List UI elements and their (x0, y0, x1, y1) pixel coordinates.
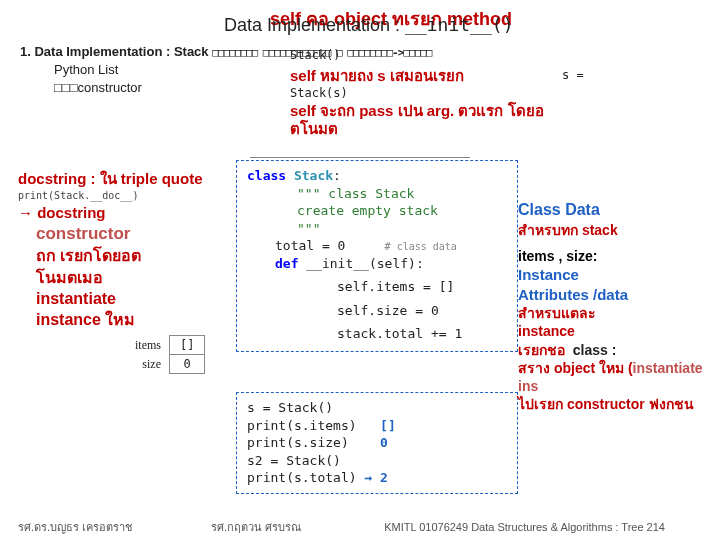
total-inc-line: stack.total += 1 (247, 325, 507, 343)
doc2: create empty stack (247, 202, 507, 220)
colon: : (333, 168, 341, 183)
right-column: Class Data สำหรบทก stack items , size: I… (518, 200, 718, 413)
left-l4: instance ใหม (36, 310, 218, 329)
constructor-label: constructor (36, 224, 218, 244)
bullet-num: 1. (20, 44, 31, 59)
footer: รศ.ดร.บญธร เครอตราช รศ.กฤตวน ศรบรณ KMITL… (18, 518, 708, 536)
u3: print(s.size) (247, 435, 349, 450)
out5: 2 (380, 470, 388, 485)
u5: print(s.total) (247, 470, 357, 485)
size-line: self.size = 0 (247, 302, 507, 320)
left-column: docstring : ใน triple quote print(Stack.… (18, 170, 218, 331)
arrow-docstring: → docstring (18, 204, 218, 222)
kw-def: def (275, 256, 306, 271)
arrow-icon: → (364, 470, 372, 485)
table-row: size 0 (125, 355, 205, 374)
footer-author1: รศ.ดร.บญธร เครอตราช (18, 518, 208, 536)
r8b: เรยกชอ (518, 342, 565, 358)
footer-course: KMITL 01076249 Data Structures & Algorit… (384, 521, 665, 533)
u2: print(s.items) (247, 418, 357, 433)
r9: สราง object ใหม ( (518, 360, 633, 376)
u4: s2 = Stack() (247, 452, 507, 470)
init-args: (self): (369, 256, 424, 271)
r6: สำหรบแตละ (518, 304, 718, 322)
class-code-box: class Stack: """ class Stack create empt… (236, 160, 518, 352)
r1: Class Data (518, 200, 718, 221)
left-l3: instantiate (36, 289, 218, 308)
self-pass: self จะถก pass เปน arg. ตวแรก โดยอตโนมต (290, 102, 550, 138)
separator (250, 157, 470, 158)
total-line: total = 0 (275, 238, 345, 253)
init-name: __init__ (306, 256, 369, 271)
r2: สำหรบทก stack (518, 221, 718, 239)
items-size-table: items [] size 0 (125, 335, 205, 374)
cls-name: Stack (294, 168, 333, 183)
row-val-items: [] (170, 336, 205, 355)
left-l1: ถก เรยกโดยอต (36, 246, 218, 265)
row-val-size: 0 (170, 355, 205, 374)
u1: s = Stack() (247, 399, 507, 417)
kw-class: class (247, 168, 294, 183)
stack-call-label: Stack() (290, 48, 341, 62)
s-eq: s = (562, 68, 584, 82)
self-means: self หมายถง s เสมอนเรยก (290, 64, 464, 88)
title-prefix: Data Implementation : (224, 15, 405, 35)
class-data-comment: # class data (385, 241, 457, 252)
r8: class : (573, 342, 617, 358)
r7: instance (518, 322, 718, 340)
left-l2: โนมตเมอ (36, 268, 218, 287)
r4: Instance (518, 265, 718, 285)
table-row: items [] (125, 336, 205, 355)
bullet-1: 1. Data Implementation : Stack □□□□□□□□ … (20, 44, 431, 59)
row-label-items: items (125, 336, 170, 355)
out2: [] (380, 418, 396, 433)
items-line: self.items = [] (247, 278, 507, 296)
doc1: """ class Stack (247, 185, 507, 203)
docstring-label: docstring : ใน triple quote (18, 170, 218, 188)
out3: 0 (380, 435, 388, 450)
stack-s-label: Stack(s) (290, 86, 348, 100)
r5: Attributes /data (518, 285, 718, 305)
page-title: Data Implementation : __init__() (224, 14, 513, 36)
row-label-size: size (125, 355, 170, 374)
doc3: """ (247, 220, 507, 238)
r10: ไปเรยก constructor ฟงกชน (518, 395, 718, 413)
bullet-2: Python List (54, 62, 118, 77)
usage-code-box: s = Stack() print(s.items) [] print(s.si… (236, 392, 518, 494)
r3: items , size: (518, 247, 718, 265)
footer-author2: รศ.กฤตวน ศรบรณ (211, 518, 381, 536)
bullet-text: Data Implementation : Stack (34, 44, 212, 59)
bullet-3: □□□constructor (54, 80, 142, 95)
print-docstring: print(Stack.__doc__) (18, 190, 218, 202)
title-code: __init__() (405, 14, 513, 35)
